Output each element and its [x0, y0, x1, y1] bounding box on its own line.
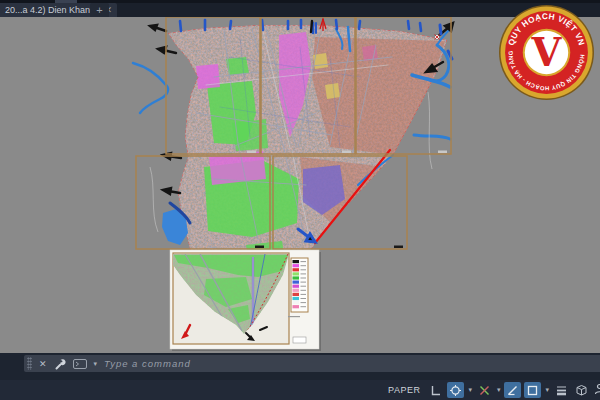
logo-letter-v: V [531, 30, 563, 75]
command-bar[interactable]: ✕ ▾ Type a command [24, 355, 600, 372]
snap-mode-icon[interactable] [447, 382, 464, 398]
customize-wrench-icon[interactable] [54, 358, 66, 370]
lineweight-icon[interactable] [553, 382, 570, 398]
junction-node [434, 34, 439, 39]
file-tab-label: 20...a 4.2) Dien Khanh* [5, 5, 99, 15]
graphics-cube-icon[interactable] [573, 382, 590, 398]
new-tab-button[interactable]: + [90, 3, 109, 17]
quy-hoach-logo: QUY HOẠCH VIỆT VN THÔNG TIN QUY HOẠCH - … [498, 4, 595, 101]
recent-commands-icon[interactable] [73, 359, 87, 369]
selection-window-icon[interactable] [524, 382, 541, 398]
recent-commands-caret-icon[interactable]: ▾ [94, 360, 98, 368]
autocad-window: { "tab_bar": { "active_tab_label": "20..… [0, 0, 600, 400]
sheet-title-block [293, 337, 306, 343]
command-input[interactable]: Type a command [104, 358, 191, 369]
command-bar-grip[interactable] [27, 357, 32, 370]
status-bar: PAPER ▾ ▾ ▾ [0, 380, 600, 400]
plus-icon: + [96, 5, 102, 15]
osnap-tracking-icon[interactable] [476, 382, 493, 398]
snap-caret-icon[interactable]: ▾ [468, 386, 472, 394]
ortho-icon[interactable] [427, 382, 444, 398]
osnap-tracking-caret-icon[interactable]: ▾ [497, 386, 501, 394]
command-close-icon[interactable]: ✕ [39, 359, 47, 369]
layout-sheet[interactable] [170, 250, 321, 351]
object-snap-angle-icon[interactable] [504, 382, 521, 398]
selection-window-caret-icon[interactable]: ▾ [545, 386, 549, 394]
command-row: ✕ ▾ Type a command [0, 353, 600, 380]
user-icon[interactable] [593, 382, 600, 398]
paper-space-toggle[interactable]: PAPER [388, 385, 420, 395]
